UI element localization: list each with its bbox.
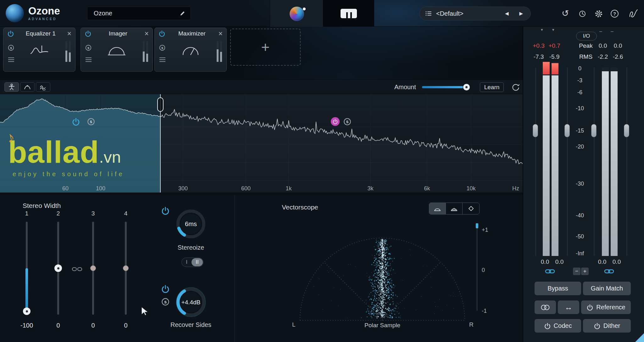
stereoize-label: Stereoize [169, 244, 213, 251]
edit-pencil-icon[interactable] [180, 10, 186, 16]
band2-solo-button[interactable]: S [343, 117, 352, 126]
module-menu-icon[interactable] [159, 57, 165, 62]
learn-button[interactable]: Learn [480, 82, 504, 92]
freq-label: 600 [236, 185, 255, 192]
meter-caret-icon[interactable]: ▾ [541, 27, 543, 32]
module-chain-icon [340, 8, 357, 19]
module-menu-icon[interactable] [86, 57, 92, 62]
module-solo-button[interactable]: S [85, 44, 92, 51]
dither-button[interactable]: Dither [583, 319, 631, 333]
meter-scale-label: -6 [569, 89, 591, 96]
module-close-button[interactable]: × [67, 30, 71, 37]
loop-icon[interactable] [511, 83, 520, 92]
spectrum-display[interactable]: 601003006001k3k6k10kHz S S ♪ballad.vn en… [0, 94, 523, 193]
vectorscope-level-tick [476, 223, 478, 228]
stereo-mode-button[interactable] [535, 301, 556, 314]
codec-button[interactable]: Codec [535, 319, 581, 333]
module-card-maximizer[interactable]: Maximizer×S [154, 28, 227, 72]
meter-zoom-handle[interactable] [624, 124, 629, 137]
freq-label: 10k [462, 185, 480, 192]
bypass-button[interactable]: Bypass [535, 282, 581, 295]
module-power-button[interactable] [158, 30, 165, 37]
mode-ii-option[interactable]: II [192, 258, 203, 266]
recover-sides-power-button[interactable] [161, 285, 170, 293]
module-solo-button[interactable]: S [8, 44, 14, 51]
width-slider-handle[interactable] [90, 265, 96, 271]
reference-button[interactable]: Reference [581, 301, 631, 314]
view-band-button[interactable] [20, 82, 35, 92]
preset-name-field[interactable]: Ozone [87, 7, 191, 20]
meter-rail [594, 68, 595, 256]
preset-selector[interactable]: <Default> ◀ ▶ [419, 7, 531, 20]
link-output-meters-button[interactable] [604, 268, 616, 275]
preset-next-button[interactable]: ▶ [516, 11, 526, 16]
view-curves-button[interactable] [36, 82, 50, 92]
amount-slider-track[interactable] [422, 86, 469, 88]
link-bands-icon[interactable] [72, 266, 82, 272]
history-icon[interactable] [578, 9, 587, 18]
meter-zoom-handle[interactable] [591, 124, 597, 137]
width-slider-handle[interactable] [123, 265, 129, 271]
recover-sides-knob[interactable]: +4.4dB [175, 286, 207, 318]
master-assistant-button[interactable] [290, 7, 304, 21]
band-width-value: 0 [116, 322, 135, 329]
stereoize-mode-toggle[interactable]: I II [181, 258, 203, 267]
module-close-button[interactable]: × [219, 30, 223, 37]
amount-slider-handle[interactable] [463, 84, 470, 90]
module-card-imager[interactable]: Imager×S [80, 28, 153, 72]
width-mode-button[interactable]: ↔ [558, 301, 579, 314]
stereoize-knob[interactable]: 6ms [175, 208, 207, 240]
meter-rail [567, 68, 568, 256]
add-module-slot[interactable]: + [230, 29, 301, 66]
module-power-button[interactable] [7, 30, 14, 37]
io-button[interactable]: I/O [576, 32, 597, 41]
freq-label: 300 [174, 185, 192, 192]
recover-sides-solo-button[interactable]: S [161, 297, 170, 306]
meter-zoom-handle[interactable] [533, 124, 538, 137]
meter-caret-icon[interactable]: ▾ [552, 27, 554, 32]
amount-slider[interactable] [422, 84, 469, 90]
module-solo-button[interactable]: S [159, 44, 166, 51]
meter-dash-icon[interactable]: – [611, 29, 613, 34]
mode-i-option[interactable]: I [182, 258, 192, 267]
width-slider-handle[interactable] [23, 307, 31, 315]
width-slider-handle[interactable] [54, 264, 62, 272]
preset-prev-button[interactable]: ◀ [502, 11, 512, 16]
preset-name-value: Ozone [94, 10, 112, 17]
meter-rail [535, 68, 536, 256]
crossover-handle[interactable] [157, 97, 164, 112]
settings-gear-icon[interactable] [594, 9, 603, 18]
module-graphic-icon [107, 42, 127, 59]
power-glyph-icon [332, 119, 338, 124]
module-close-button[interactable]: × [145, 30, 149, 37]
meter-zoom-in-button[interactable]: + [581, 268, 589, 275]
module-card-equalizer[interactable]: Equalizer 1×S [3, 28, 75, 72]
output-level-right: 0.0 [610, 258, 624, 265]
stereoize-power-button[interactable] [161, 206, 170, 215]
stereo-circles-icon [540, 304, 550, 311]
svg-text:+4.4dB: +4.4dB [181, 299, 201, 306]
preset-selector-value: <Default> [436, 10, 497, 17]
scale-plus-one: +1 [482, 227, 488, 233]
help-icon[interactable]: ? [611, 10, 619, 18]
peak-in-left: +0.3 [531, 42, 546, 49]
signature-flow-icon[interactable] [629, 8, 640, 18]
band2-power-button[interactable] [331, 117, 340, 126]
module-power-button[interactable] [85, 30, 92, 37]
view-standard-button[interactable] [4, 82, 19, 92]
link-input-meters-button[interactable] [545, 268, 557, 275]
gain-match-button[interactable]: Gain Match [583, 282, 631, 295]
module-menu-icon[interactable] [8, 57, 14, 62]
meter-zoom-handle[interactable] [564, 124, 570, 137]
meter-dash-icon[interactable]: – [599, 29, 602, 34]
rms-in-right: -5.9 [547, 53, 562, 60]
preset-list-icon [425, 11, 432, 16]
svg-text:S: S [87, 46, 89, 50]
band1-solo-button[interactable]: S [87, 117, 95, 126]
resize-grip[interactable] [635, 333, 644, 342]
undo-icon[interactable]: ↺ [562, 8, 569, 19]
meter-zoom-out-button[interactable]: − [573, 268, 580, 275]
band1-power-button[interactable] [72, 117, 80, 126]
spectrum-toolbar: Amount Learn [0, 79, 523, 94]
module-chain-tab[interactable] [323, 0, 374, 27]
